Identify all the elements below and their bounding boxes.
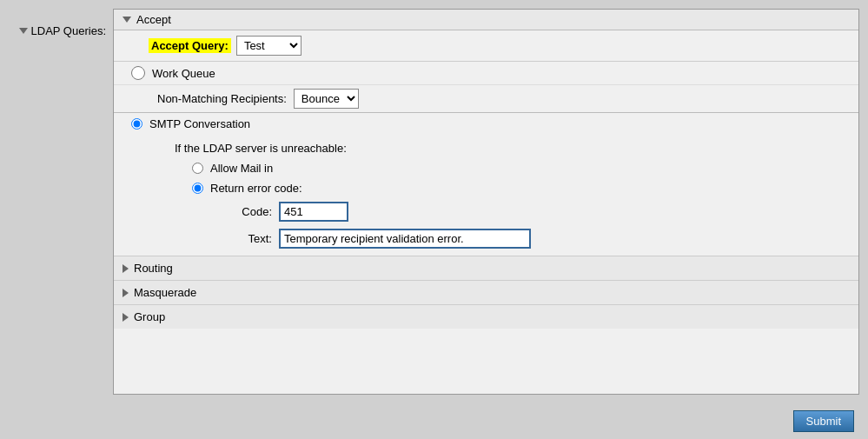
code-label: Code:: [209, 205, 279, 218]
return-error-radio[interactable]: [192, 183, 203, 194]
return-error-row: Return error code:: [157, 178, 858, 198]
masquerade-triangle-icon: [123, 289, 129, 297]
text-input[interactable]: [279, 229, 531, 249]
ldap-queries-triangle: [19, 28, 28, 34]
routing-triangle-icon: [123, 264, 129, 273]
smtp-conversation-radio[interactable]: [131, 118, 142, 130]
text-label: Text:: [209, 232, 279, 245]
allow-mail-row: Allow Mail in: [157, 158, 858, 178]
masquerade-label: Masquerade: [134, 286, 196, 299]
non-matching-recipients-label: Non-Matching Recipients:: [157, 92, 287, 105]
footer: Submit: [0, 403, 868, 439]
code-field-row: Code:: [157, 198, 858, 225]
routing-label: Routing: [134, 262, 173, 275]
ldap-queries-label: LDAP Queries:: [31, 24, 106, 37]
work-queue-label: Work Queue: [152, 67, 215, 80]
masquerade-header[interactable]: Masquerade: [114, 281, 858, 304]
work-queue-option-row: Work Queue: [114, 62, 858, 85]
accept-section-header[interactable]: Accept: [114, 10, 858, 30]
group-triangle-icon: [123, 313, 129, 322]
accept-query-label: Accept Query:: [149, 38, 231, 53]
group-header[interactable]: Group: [114, 305, 858, 329]
allow-mail-label: Allow Mail in: [210, 162, 273, 175]
text-field-row: Text:: [157, 225, 858, 252]
masquerade-section: Masquerade: [114, 280, 858, 304]
if-unreachable-label: If the LDAP server is unreachable:: [157, 138, 858, 158]
smtp-body: If the LDAP server is unreachable: Allow…: [114, 135, 858, 256]
content-panel: Accept Accept Query: Test Default Custom…: [113, 9, 859, 395]
accept-triangle-icon: [123, 17, 131, 23]
sidebar: LDAP Queries:: [9, 9, 113, 395]
sidebar-label: LDAP Queries:: [19, 24, 106, 37]
group-section: Group: [114, 304, 858, 329]
routing-header[interactable]: Routing: [114, 256, 858, 280]
routing-section: Routing: [114, 256, 858, 280]
submit-button[interactable]: Submit: [793, 410, 854, 432]
smtp-conversation-label: SMTP Conversation: [149, 117, 250, 130]
if-unreachable-text: If the LDAP server is unreachable:: [175, 142, 347, 155]
return-error-label: Return error code:: [210, 182, 302, 195]
smtp-conversation-row: SMTP Conversation: [114, 113, 858, 135]
code-input[interactable]: [279, 202, 348, 222]
accept-query-select[interactable]: Test Default Custom: [236, 36, 301, 56]
group-label: Group: [134, 310, 165, 323]
accept-header-label: Accept: [136, 13, 171, 26]
non-matching-select[interactable]: Bounce Allow Reject: [294, 89, 359, 109]
work-queue-radio[interactable]: [131, 66, 145, 80]
allow-mail-radio[interactable]: [192, 163, 203, 174]
accept-query-row: Accept Query: Test Default Custom: [114, 30, 858, 62]
non-matching-row: Non-Matching Recipients: Bounce Allow Re…: [114, 85, 858, 112]
